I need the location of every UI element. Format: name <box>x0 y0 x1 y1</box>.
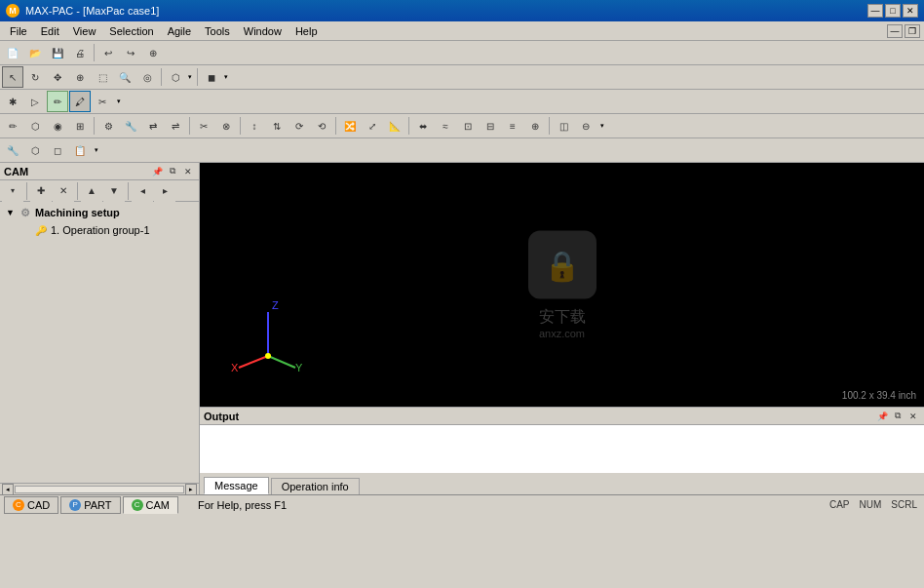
cam-tb-add[interactable]: ✚ <box>30 180 52 202</box>
cam-panel-float[interactable]: ⧉ <box>166 165 179 178</box>
cam-t15[interactable]: 🔀 <box>339 115 361 137</box>
cam-t23[interactable]: ⊕ <box>524 115 546 137</box>
box-button[interactable]: ⬡ <box>165 66 186 88</box>
scroll-left-arrow[interactable]: ◂ <box>2 484 14 495</box>
cam-t5[interactable]: ⚙ <box>97 115 119 137</box>
menu-file[interactable]: File <box>4 22 33 40</box>
menu-edit[interactable]: Edit <box>35 22 65 40</box>
output-tabs: Message Operation info <box>200 473 924 494</box>
cam-t4[interactable]: ⊞ <box>69 115 91 137</box>
new-button[interactable]: 📄 <box>2 42 23 63</box>
cam-t21[interactable]: ⊟ <box>480 115 501 137</box>
cam-t18[interactable]: ⬌ <box>412 115 434 137</box>
cam-tb-left[interactable]: ◂ <box>132 180 153 202</box>
tools-dropdown-arrow[interactable]: ▾ <box>114 91 124 112</box>
cam-t10[interactable]: ⊗ <box>215 115 237 137</box>
zoom-button[interactable]: ⊕ <box>69 66 91 88</box>
menu-view[interactable]: View <box>67 22 102 40</box>
cam-tb-delete[interactable]: ✕ <box>53 180 74 202</box>
r5-t2[interactable]: ⬡ <box>24 139 46 161</box>
cam-tb-right[interactable]: ▸ <box>154 180 175 202</box>
print-button[interactable]: 🖨 <box>69 42 91 63</box>
output-tab-message[interactable]: Message <box>204 477 269 494</box>
cam-t14[interactable]: ⟲ <box>311 115 332 137</box>
cam-t9[interactable]: ✂ <box>193 115 214 137</box>
tree-child-item-1[interactable]: 🔑 1. Operation group-1 <box>18 221 197 239</box>
left-panel-scrollbar[interactable]: ◂ ▸ <box>0 483 199 494</box>
cam-t11[interactable]: ↕ <box>244 115 265 137</box>
bottom-tab-cam[interactable]: C CAM <box>123 496 178 514</box>
menu-tools[interactable]: Tools <box>199 22 236 40</box>
box-dropdown[interactable]: ⬡ ▾ <box>165 66 194 88</box>
select-button[interactable]: ↖ <box>2 66 23 88</box>
cam-tb-up[interactable]: ▲ <box>81 180 102 202</box>
cam-t20[interactable]: ⊡ <box>457 115 479 137</box>
cam-dropdown-arrow[interactable]: ▾ <box>597 115 607 137</box>
scissors-btn[interactable]: ✂ <box>92 91 113 112</box>
zoomfit-button[interactable]: ⬚ <box>92 66 113 88</box>
bottom-tab-part[interactable]: P PART <box>60 496 120 514</box>
tree-expand-icon[interactable]: ▼ <box>6 208 16 217</box>
save-button[interactable]: 💾 <box>47 42 68 63</box>
zoomwin-button[interactable]: 🔍 <box>114 66 135 88</box>
cam-t12[interactable]: ⇅ <box>266 115 288 137</box>
cam-t17[interactable]: 📐 <box>384 115 405 137</box>
menu-window[interactable]: Window <box>238 22 288 40</box>
mdi-restore-button[interactable]: ❐ <box>905 24 920 38</box>
menu-help[interactable]: Help <box>289 22 324 40</box>
cam-t19[interactable]: ≈ <box>435 115 456 137</box>
shape-button[interactable]: ◼ <box>201 66 222 88</box>
tree-root-item[interactable]: ▼ ⚙ Machining setup <box>2 204 197 221</box>
cam-t7[interactable]: ⇄ <box>142 115 164 137</box>
output-panel-header: Output 📌 ⧉ ✕ <box>200 408 924 425</box>
output-pin[interactable]: 📌 <box>875 410 889 423</box>
cam-t3[interactable]: ◉ <box>47 115 68 137</box>
cam-t25[interactable]: ⊖ <box>575 115 597 137</box>
cam-t6[interactable]: 🔧 <box>120 115 141 137</box>
snap-toggle[interactable]: ✱ <box>2 91 23 112</box>
cam-t24[interactable]: ◫ <box>553 115 574 137</box>
cam-t22[interactable]: ≡ <box>502 115 523 137</box>
scroll-track[interactable] <box>15 486 184 493</box>
scroll-right-arrow[interactable]: ▸ <box>185 484 197 495</box>
shape-dropdown[interactable]: ◼ ▾ <box>201 66 230 88</box>
cam-t2[interactable]: ⬡ <box>24 115 46 137</box>
mdi-minimize-button[interactable]: — <box>887 24 903 38</box>
cam-tb-down[interactable]: ▼ <box>103 180 125 202</box>
line-btn[interactable]: ✏ <box>47 91 68 112</box>
r5-t1[interactable]: 🔧 <box>2 139 23 161</box>
snap-end[interactable]: ▷ <box>24 91 46 112</box>
open-button[interactable]: 📂 <box>24 42 46 63</box>
maximize-button[interactable]: □ <box>885 4 901 18</box>
output-close[interactable]: ✕ <box>906 410 920 423</box>
r5-dropdown[interactable]: ▾ <box>92 139 101 161</box>
box-dropdown-arrow[interactable]: ▾ <box>186 66 194 88</box>
output-float[interactable]: ⧉ <box>891 410 905 423</box>
pan-button[interactable]: ✥ <box>47 66 68 88</box>
snap-button[interactable]: ⊕ <box>142 42 164 63</box>
r5-t3[interactable]: ◻ <box>47 139 68 161</box>
undo-button[interactable]: ↩ <box>97 42 119 63</box>
viewport[interactable]: 🔒 安下载 anxz.com Z X Y <box>200 163 924 407</box>
menu-selection[interactable]: Selection <box>103 22 159 40</box>
menu-agile[interactable]: Agile <box>162 22 197 40</box>
cam-t8[interactable]: ⇌ <box>165 115 186 137</box>
cam-panel-close[interactable]: ✕ <box>181 165 195 178</box>
redo-button[interactable]: ↪ <box>120 42 141 63</box>
minimize-button[interactable]: — <box>867 4 883 18</box>
close-button[interactable]: ✕ <box>903 4 918 18</box>
arc-btn[interactable]: 🖍 <box>69 91 91 112</box>
orbit-button[interactable]: ◎ <box>136 66 158 88</box>
cam-t13[interactable]: ⟳ <box>289 115 310 137</box>
cam-panel-pin[interactable]: 📌 <box>150 165 164 178</box>
window-controls[interactable]: — □ ✕ <box>867 4 918 18</box>
cam-tb-dropdown-open[interactable]: ▾ <box>2 180 23 202</box>
bottom-tab-cad[interactable]: C CAD <box>4 496 58 514</box>
output-panel: Output 📌 ⧉ ✕ Message Operation info <box>200 407 924 494</box>
cam-t1[interactable]: ✏ <box>2 115 23 137</box>
r5-t4[interactable]: 📋 <box>69 139 91 161</box>
output-tab-operation-info[interactable]: Operation info <box>271 478 360 494</box>
shape-dropdown-arrow[interactable]: ▾ <box>222 66 230 88</box>
rotate-button[interactable]: ↻ <box>24 66 46 88</box>
cam-t16[interactable]: ⤢ <box>362 115 383 137</box>
